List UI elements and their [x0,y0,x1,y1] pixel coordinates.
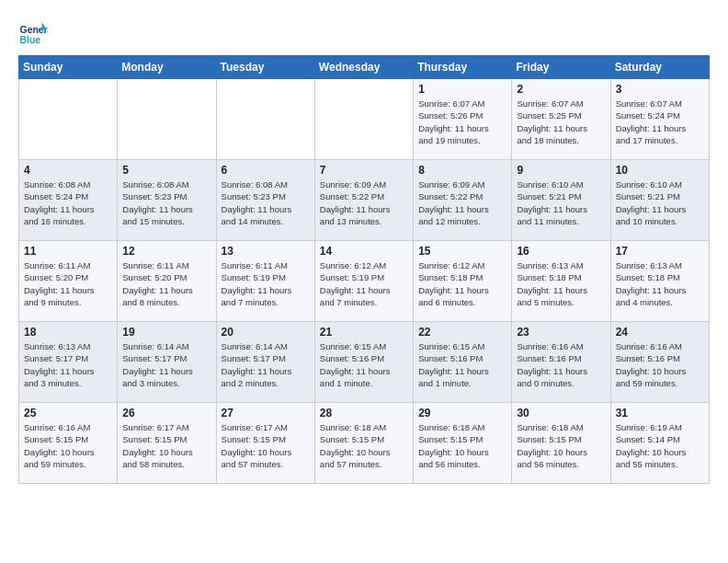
day-number: 23 [517,326,605,339]
day-number: 4 [24,164,112,177]
day-number: 6 [222,164,310,177]
day-number: 3 [616,83,704,96]
weekday-header-friday: Friday [512,56,610,79]
calendar-day: 20Sunrise: 6:14 AM Sunset: 5:17 PM Dayli… [216,322,314,403]
calendar-day: 7Sunrise: 6:09 AM Sunset: 5:22 PM Daylig… [314,160,413,241]
day-number: 26 [122,407,210,419]
day-info: Sunrise: 6:13 AM Sunset: 5:18 PM Dayligh… [616,259,704,308]
calendar-week-1: 1Sunrise: 6:07 AM Sunset: 5:26 PM Daylig… [19,79,710,160]
day-number: 30 [517,407,605,419]
day-info: Sunrise: 6:12 AM Sunset: 5:19 PM Dayligh… [320,259,408,308]
calendar-week-3: 11Sunrise: 6:11 AM Sunset: 5:20 PM Dayli… [19,241,710,322]
day-number: 11 [24,245,112,258]
day-number: 5 [122,164,210,177]
day-info: Sunrise: 6:07 AM Sunset: 5:24 PM Dayligh… [616,98,704,146]
day-info: Sunrise: 6:09 AM Sunset: 5:22 PM Dayligh… [320,178,408,227]
day-info: Sunrise: 6:17 AM Sunset: 5:15 PM Dayligh… [122,421,210,470]
day-info: Sunrise: 6:13 AM Sunset: 5:18 PM Dayligh… [517,259,605,308]
calendar-day: 19Sunrise: 6:14 AM Sunset: 5:17 PM Dayli… [118,322,216,403]
day-info: Sunrise: 6:13 AM Sunset: 5:17 PM Dayligh… [24,340,112,389]
calendar-day: 27Sunrise: 6:17 AM Sunset: 5:15 PM Dayli… [216,403,314,484]
weekday-header-saturday: Saturday [610,56,709,79]
day-number: 22 [418,326,506,339]
day-number: 2 [517,83,605,96]
day-number: 8 [418,164,506,177]
calendar-day: 29Sunrise: 6:18 AM Sunset: 5:15 PM Dayli… [414,403,512,484]
calendar-week-4: 18Sunrise: 6:13 AM Sunset: 5:17 PM Dayli… [19,322,710,403]
day-number: 16 [517,245,605,258]
calendar-day: 13Sunrise: 6:11 AM Sunset: 5:19 PM Dayli… [216,241,314,322]
calendar-day: 28Sunrise: 6:18 AM Sunset: 5:15 PM Dayli… [314,403,413,484]
calendar-day: 24Sunrise: 6:16 AM Sunset: 5:16 PM Dayli… [610,322,709,403]
calendar-day: 26Sunrise: 6:17 AM Sunset: 5:15 PM Dayli… [118,403,216,484]
weekday-header-wednesday: Wednesday [314,56,413,79]
day-info: Sunrise: 6:15 AM Sunset: 5:16 PM Dayligh… [418,340,506,389]
calendar-day: 30Sunrise: 6:18 AM Sunset: 5:15 PM Dayli… [512,403,610,484]
day-info: Sunrise: 6:16 AM Sunset: 5:16 PM Dayligh… [517,340,605,389]
calendar-day: 6Sunrise: 6:08 AM Sunset: 5:23 PM Daylig… [216,160,314,241]
day-number: 19 [122,326,210,339]
day-info: Sunrise: 6:08 AM Sunset: 5:24 PM Dayligh… [24,178,112,227]
calendar-day: 15Sunrise: 6:12 AM Sunset: 5:18 PM Dayli… [414,241,512,322]
day-number: 15 [418,245,506,258]
calendar-day [118,79,216,160]
day-info: Sunrise: 6:14 AM Sunset: 5:17 PM Dayligh… [222,340,310,389]
day-info: Sunrise: 6:17 AM Sunset: 5:15 PM Dayligh… [222,421,310,470]
calendar-table: SundayMondayTuesdayWednesdayThursdayFrid… [18,55,710,484]
calendar-day: 16Sunrise: 6:13 AM Sunset: 5:18 PM Dayli… [512,241,610,322]
calendar-day: 17Sunrise: 6:13 AM Sunset: 5:18 PM Dayli… [610,241,709,322]
calendar-week-2: 4Sunrise: 6:08 AM Sunset: 5:24 PM Daylig… [19,160,710,241]
day-number: 27 [222,407,310,419]
day-info: Sunrise: 6:07 AM Sunset: 5:26 PM Dayligh… [418,98,506,146]
calendar-day: 25Sunrise: 6:16 AM Sunset: 5:15 PM Dayli… [19,403,118,484]
day-info: Sunrise: 6:18 AM Sunset: 5:15 PM Dayligh… [517,421,605,470]
calendar-day: 11Sunrise: 6:11 AM Sunset: 5:20 PM Dayli… [19,241,118,322]
day-info: Sunrise: 6:19 AM Sunset: 5:14 PM Dayligh… [616,421,704,470]
day-number: 14 [320,245,408,258]
svg-text:Blue: Blue [20,35,41,45]
weekday-header-row: SundayMondayTuesdayWednesdayThursdayFrid… [19,56,710,79]
day-info: Sunrise: 6:07 AM Sunset: 5:25 PM Dayligh… [517,98,605,146]
day-number: 7 [320,164,408,177]
calendar-day: 12Sunrise: 6:11 AM Sunset: 5:20 PM Dayli… [118,241,216,322]
weekday-header-monday: Monday [118,56,216,79]
day-info: Sunrise: 6:18 AM Sunset: 5:15 PM Dayligh… [418,421,506,470]
calendar-day: 22Sunrise: 6:15 AM Sunset: 5:16 PM Dayli… [414,322,512,403]
calendar-day: 14Sunrise: 6:12 AM Sunset: 5:19 PM Dayli… [314,241,413,322]
calendar-day: 3Sunrise: 6:07 AM Sunset: 5:24 PM Daylig… [610,79,709,160]
day-number: 28 [320,407,408,419]
day-number: 13 [222,245,310,258]
day-number: 17 [616,245,704,258]
calendar-day: 5Sunrise: 6:08 AM Sunset: 5:23 PM Daylig… [118,160,216,241]
day-number: 21 [320,326,408,339]
page-header: General Blue [18,18,710,48]
day-number: 24 [616,326,704,339]
day-number: 18 [24,326,112,339]
calendar-day [216,79,314,160]
calendar-day: 31Sunrise: 6:19 AM Sunset: 5:14 PM Dayli… [610,403,709,484]
day-number: 12 [122,245,210,258]
day-info: Sunrise: 6:15 AM Sunset: 5:16 PM Dayligh… [320,340,408,389]
logo: General Blue [18,18,51,48]
calendar-day: 1Sunrise: 6:07 AM Sunset: 5:26 PM Daylig… [414,79,512,160]
day-info: Sunrise: 6:16 AM Sunset: 5:15 PM Dayligh… [24,421,112,470]
day-number: 29 [418,407,506,419]
day-info: Sunrise: 6:08 AM Sunset: 5:23 PM Dayligh… [122,178,210,227]
weekday-header-tuesday: Tuesday [216,56,314,79]
calendar-day: 2Sunrise: 6:07 AM Sunset: 5:25 PM Daylig… [512,79,610,160]
day-info: Sunrise: 6:10 AM Sunset: 5:21 PM Dayligh… [616,178,704,227]
weekday-header-sunday: Sunday [19,56,118,79]
day-info: Sunrise: 6:18 AM Sunset: 5:15 PM Dayligh… [320,421,408,470]
day-info: Sunrise: 6:11 AM Sunset: 5:20 PM Dayligh… [122,259,210,308]
calendar-day [19,79,118,160]
day-number: 25 [24,407,112,419]
day-info: Sunrise: 6:09 AM Sunset: 5:22 PM Dayligh… [418,178,506,227]
logo-icon: General Blue [18,18,48,48]
day-number: 31 [616,407,704,419]
day-info: Sunrise: 6:08 AM Sunset: 5:23 PM Dayligh… [222,178,310,227]
calendar-day: 21Sunrise: 6:15 AM Sunset: 5:16 PM Dayli… [314,322,413,403]
weekday-header-thursday: Thursday [414,56,512,79]
calendar-day: 4Sunrise: 6:08 AM Sunset: 5:24 PM Daylig… [19,160,118,241]
day-info: Sunrise: 6:11 AM Sunset: 5:20 PM Dayligh… [24,259,112,308]
calendar-day: 8Sunrise: 6:09 AM Sunset: 5:22 PM Daylig… [414,160,512,241]
